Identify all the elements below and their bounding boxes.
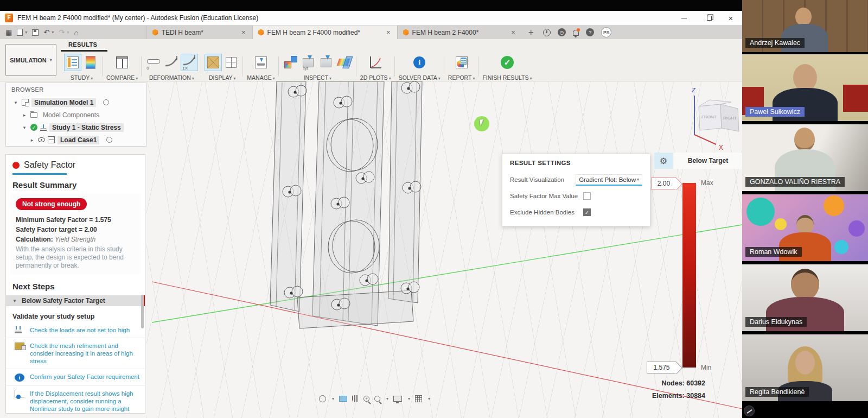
close-tab-icon[interactable]: × (510, 28, 516, 36)
notifications-bell-icon[interactable] (573, 30, 579, 36)
file-caret-icon[interactable]: ▾ (25, 30, 27, 35)
undo-caret-icon[interactable]: ▾ (52, 30, 54, 35)
user-avatar[interactable]: PS (601, 27, 611, 37)
slice-plane-icon[interactable] (336, 54, 353, 71)
manage-icon[interactable] (253, 54, 269, 71)
deformation-dropdown[interactable]: DEFORMATION▾ (149, 74, 194, 81)
fit-caret-icon[interactable]: ▾ (386, 396, 388, 401)
probe-xyz-icon[interactable]: xyz (301, 54, 317, 71)
result-visualization-select[interactable]: Gradient Plot: Below ▾ (576, 174, 642, 186)
legend-min-value[interactable]: 1.575 (647, 362, 676, 373)
study-dropdown[interactable]: STUDY▾ (71, 74, 93, 81)
close-tab-icon[interactable]: × (385, 28, 392, 36)
report-icon[interactable] (454, 54, 470, 71)
2d-plots-dropdown[interactable]: 2D PLOTS▾ (360, 74, 391, 81)
mesh-icon (15, 343, 24, 350)
mesh-display-icon[interactable] (205, 54, 221, 71)
next-step-item[interactable]: If the Displacement result shows high di… (6, 386, 145, 414)
collapse-icon[interactable]: ▾ (12, 100, 19, 105)
participant-tile[interactable]: Andrzej Kawalec (742, 0, 868, 52)
compare-dropdown[interactable]: COMPARE▾ (106, 74, 138, 81)
tab-fem-h-beam[interactable]: FEM H beam 2 F4000* × (397, 26, 522, 39)
app-grid-icon[interactable]: ▦ (5, 28, 12, 36)
solver-data-info-icon[interactable]: i (411, 54, 427, 71)
orbit-caret-icon[interactable]: ▾ (332, 396, 334, 401)
participant-name: Andrzej Kawalec (745, 38, 805, 48)
legend-max-input[interactable]: 2.00 (651, 178, 676, 189)
job-status-icon[interactable] (543, 29, 551, 36)
deformation-none-icon[interactable]: 0 (145, 54, 162, 71)
tree-item-simulation-model[interactable]: Simulation Model 1 (31, 98, 96, 107)
save-icon[interactable] (32, 29, 39, 36)
file-menu-icon[interactable] (17, 29, 23, 36)
2d-plot-icon[interactable] (367, 54, 384, 71)
display-dropdown[interactable]: DISPLAY▾ (209, 74, 236, 81)
recent-activity-icon[interactable]: ◷ (558, 28, 566, 36)
exclude-hidden-bodies-checkbox[interactable]: ✓ (583, 208, 591, 216)
display-caret-icon[interactable]: ▾ (408, 396, 410, 401)
participant-tile[interactable]: Paweł Sułkowicz (742, 54, 868, 121)
next-step-item[interactable]: Check the mesh refinement and consider i… (6, 338, 145, 369)
tab-fem-h-beam-modified[interactable]: FEM H beam 2 F4000 modified* × (252, 26, 397, 39)
meeting-app-logo-icon[interactable] (744, 406, 755, 416)
tree-item-load-case[interactable]: Load Case1 (58, 136, 99, 144)
undo-icon[interactable]: ↶ (43, 28, 49, 36)
below-target-section[interactable]: ▾ Below Safety Factor Target (6, 295, 145, 306)
participant-tile[interactable]: GONZALO VALIÑO RIESTRA (742, 124, 868, 191)
display-settings-icon[interactable] (393, 396, 402, 402)
deformation-actual-icon[interactable] (163, 54, 180, 71)
panel-scrollbar[interactable] (141, 295, 144, 328)
report-dropdown[interactable]: REPORT▾ (448, 74, 475, 81)
legend-settings-gear-icon[interactable]: ⚙ (654, 153, 673, 169)
legend-plot-icon[interactable] (82, 54, 99, 71)
home-icon[interactable]: ⌂ (74, 28, 78, 37)
close-window-button[interactable]: × (722, 11, 740, 25)
inspect-results-icon[interactable] (283, 54, 299, 71)
expand-icon[interactable]: ▸ (21, 112, 28, 118)
expand-icon[interactable]: ▸ (29, 137, 35, 143)
tree-item-study[interactable]: Study 1 - Static Stress (49, 123, 124, 132)
new-tab-icon[interactable]: + (522, 28, 540, 37)
fit-icon[interactable] (374, 396, 380, 402)
deformation-1x-icon[interactable]: 1X (181, 54, 197, 71)
pan-icon[interactable] (352, 395, 359, 402)
workspace-selector[interactable]: SIMULATION ▾ (5, 44, 56, 76)
participant-tile[interactable]: Regita Bendikienė (742, 334, 868, 401)
grid-settings-icon[interactable] (415, 395, 422, 402)
redo-caret-icon[interactable]: ▾ (67, 30, 69, 35)
participant-name: GONZALO VALIÑO RIESTRA (745, 177, 845, 187)
grid-caret-icon[interactable]: ▾ (428, 396, 430, 401)
collapse-icon[interactable]: ▾ (21, 125, 28, 130)
activate-radio[interactable] (106, 137, 112, 143)
participant-tile[interactable]: Darius Eidukynas (742, 264, 868, 331)
orbit-icon[interactable] (319, 395, 326, 402)
model-viewport[interactable]: FRONT RIGHT Z X RESULT SETTINGS Result V… (146, 81, 742, 418)
study-manager-icon[interactable] (65, 54, 81, 71)
probe-icon[interactable] (318, 54, 335, 71)
manage-dropdown[interactable]: MANAGE▾ (247, 74, 275, 81)
restore-button[interactable] (700, 11, 718, 25)
participant-tile[interactable]: Roman Wdowik (742, 194, 868, 261)
compare-icon[interactable] (114, 54, 130, 71)
tab-tedi-h-beam[interactable]: TEDI H beam* × (146, 26, 252, 39)
tree-item-model-components[interactable]: Model Components (40, 111, 102, 119)
look-at-icon[interactable] (339, 396, 347, 402)
grid-display-icon[interactable] (223, 54, 239, 71)
video-call-strip: Andrzej Kawalec Paweł Sułkowicz GONZALO … (742, 0, 868, 418)
visibility-eye-icon[interactable] (38, 137, 45, 142)
close-tab-icon[interactable]: × (240, 28, 247, 36)
help-icon[interactable]: ? (586, 28, 594, 36)
activate-radio[interactable] (103, 99, 109, 105)
next-step-item[interactable]: Check the loads are not set too high (6, 322, 145, 338)
next-step-item[interactable]: i Confirm your Safety Factor requirement (6, 369, 145, 386)
ribbon-tab-results[interactable]: RESULTS (68, 41, 97, 48)
solver-data-dropdown[interactable]: SOLVER DATA▾ (399, 74, 441, 81)
safety-factor-max-checkbox[interactable] (583, 192, 591, 200)
participant-name: Roman Wdowik (745, 247, 802, 257)
minimize-button[interactable] (675, 11, 693, 25)
finish-results-dropdown[interactable]: FINISH RESULTS▾ (482, 74, 532, 81)
redo-icon[interactable]: ↷ (59, 28, 65, 36)
finish-results-icon[interactable]: ✓ (499, 54, 515, 71)
zoom-icon[interactable]: + (363, 396, 369, 402)
inspect-dropdown[interactable]: INSPECT▾ (304, 74, 332, 81)
